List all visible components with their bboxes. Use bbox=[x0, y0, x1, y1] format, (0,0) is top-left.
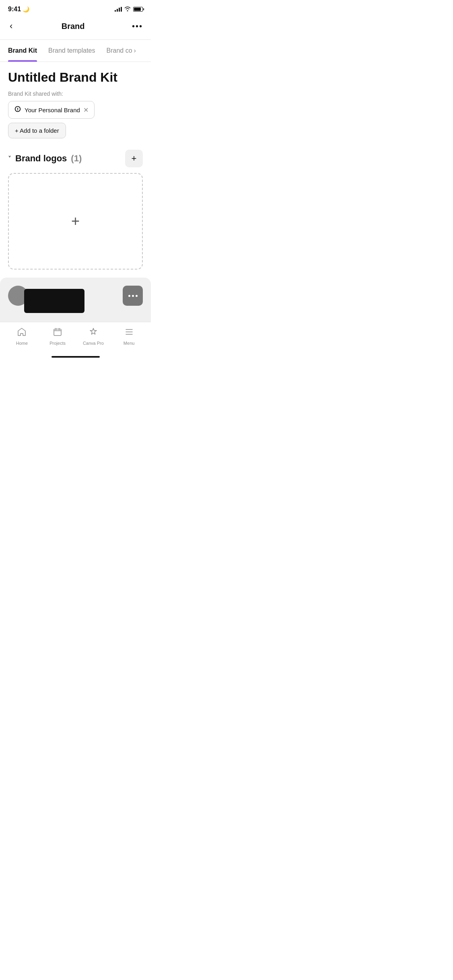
logo-drop-zone[interactable]: + bbox=[8, 173, 143, 270]
home-label: Home bbox=[16, 341, 28, 346]
tabs-scroll-icon[interactable]: › bbox=[134, 47, 136, 54]
logos-section-header: ˅ Brand logos (1) + bbox=[8, 150, 143, 167]
brand-tag-label: Your Personal Brand bbox=[25, 107, 80, 113]
tab-brand-templates[interactable]: Brand templates bbox=[48, 40, 95, 62]
header: ‹ Brand ••• bbox=[0, 15, 151, 39]
menu-label: Menu bbox=[124, 341, 135, 346]
brand-tag-close-icon[interactable]: ✕ bbox=[83, 106, 89, 114]
shared-label: Brand Kit shared with: bbox=[8, 91, 143, 97]
battery-icon bbox=[133, 7, 143, 12]
moon-icon: 🌙 bbox=[23, 6, 29, 12]
home-icon bbox=[17, 327, 27, 339]
brand-tag[interactable]: Your Personal Brand ✕ bbox=[8, 101, 95, 119]
logos-title-row: ˅ Brand logos (1) bbox=[8, 153, 82, 164]
add-folder-button[interactable]: + Add to a folder bbox=[8, 123, 66, 138]
logos-section-title: Brand logos bbox=[15, 153, 67, 164]
brand-kit-title: Untitled Brand Kit bbox=[8, 70, 143, 85]
signal-icon bbox=[115, 7, 122, 12]
status-bar: 9:41 🌙 bbox=[0, 0, 151, 15]
panel-left bbox=[8, 286, 84, 313]
nav-projects[interactable]: Projects bbox=[45, 327, 70, 346]
tab-brand-kit[interactable]: Brand Kit bbox=[8, 40, 37, 62]
drop-zone-add-icon: + bbox=[71, 213, 80, 230]
bottom-panel bbox=[0, 278, 151, 322]
brand-co-icon bbox=[14, 105, 21, 114]
shared-buttons: Your Personal Brand ✕ + Add to a folder bbox=[8, 101, 143, 138]
more-button[interactable]: ••• bbox=[132, 22, 143, 31]
add-logo-icon: + bbox=[132, 153, 137, 164]
main-content: Untitled Brand Kit Brand Kit shared with… bbox=[0, 62, 151, 138]
tab-brand-co[interactable]: Brand co bbox=[107, 40, 132, 62]
svg-rect-0 bbox=[54, 329, 61, 336]
chevron-down-icon[interactable]: ˅ bbox=[8, 155, 11, 163]
canva-pro-icon bbox=[89, 327, 98, 339]
nav-home[interactable]: Home bbox=[10, 327, 34, 346]
page-title: Brand bbox=[62, 22, 85, 31]
add-logo-button[interactable]: + bbox=[125, 150, 143, 167]
add-folder-label: + Add to a folder bbox=[15, 127, 59, 134]
projects-label: Projects bbox=[49, 341, 66, 346]
nav-menu[interactable]: Menu bbox=[117, 327, 141, 346]
panel-more-button[interactable] bbox=[123, 286, 143, 306]
status-icons bbox=[115, 6, 143, 12]
status-time: 9:41 bbox=[8, 6, 21, 13]
logos-section: ˅ Brand logos (1) + + bbox=[0, 150, 151, 270]
nav-canva-pro[interactable]: Canva Pro bbox=[81, 327, 105, 346]
tabs-container: Brand Kit Brand templates Brand co › bbox=[0, 40, 151, 62]
panel-more-icon bbox=[128, 295, 138, 297]
home-indicator bbox=[0, 354, 151, 359]
panel-preview bbox=[24, 289, 84, 313]
wifi-icon bbox=[124, 6, 131, 12]
bottom-nav: Home Projects Canva Pro Menu bbox=[0, 322, 151, 354]
projects-icon bbox=[53, 327, 62, 339]
logos-count: (1) bbox=[71, 153, 82, 164]
menu-icon bbox=[124, 327, 134, 339]
back-button[interactable]: ‹ bbox=[8, 19, 14, 33]
home-bar bbox=[51, 356, 100, 358]
canva-pro-label: Canva Pro bbox=[83, 341, 104, 346]
